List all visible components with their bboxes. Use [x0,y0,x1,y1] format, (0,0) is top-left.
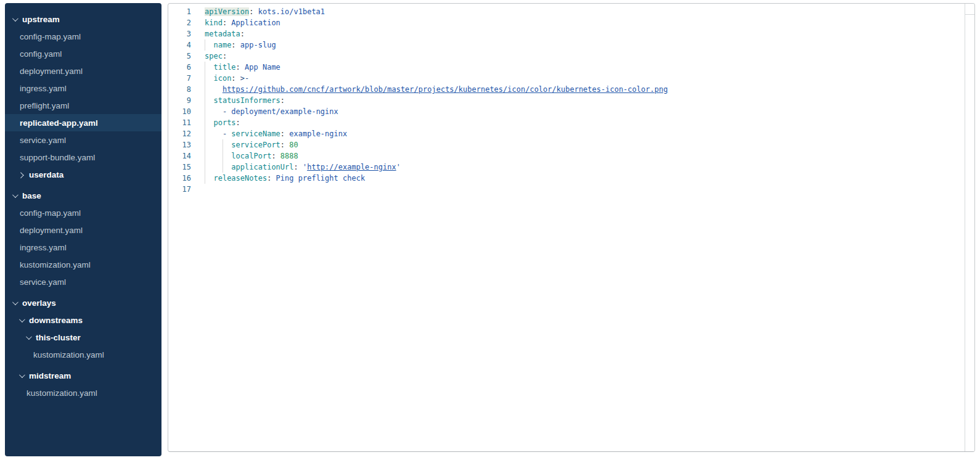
tree-item-label: base [22,191,41,200]
code-link[interactable]: https://github.com/cncf/artwork/blob/mas… [223,85,668,94]
line-number[interactable]: 6 [168,62,191,73]
code-line[interactable]: 11 ports: [168,117,965,128]
tree-folder-this-cluster[interactable]: this-cluster [5,329,161,346]
line-number[interactable]: 3 [168,28,191,39]
indent-guide [223,162,223,173]
code-token: : [294,163,303,171]
indent-guide [205,139,205,150]
tree-item-label: config.yaml [20,49,62,59]
tree-file-ingress-yaml[interactable]: ingress.yaml [5,239,161,256]
tree-file-kustomization-yaml[interactable]: kustomization.yaml [5,384,161,401]
line-number[interactable]: 1 [168,6,191,17]
line-number[interactable]: 7 [168,73,191,84]
tree-file-deployment-yaml[interactable]: deployment.yaml [5,62,161,80]
yaml-editor[interactable]: 1apiVersion: kots.io/v1beta12kind: Appli… [168,3,975,452]
code-token [205,118,213,127]
code-token: : [249,7,258,16]
code-token: : [280,96,285,105]
line-number[interactable]: 8 [168,84,191,95]
tree-item-label: downstreams [29,316,83,325]
tree-file-deployment-yaml[interactable]: deployment.yaml [5,221,161,239]
tree-item-label: support-bundle.yaml [20,153,95,162]
code-token [205,141,231,149]
tree-folder-downstreams[interactable]: downstreams [5,311,161,329]
code-line-text [191,184,205,195]
code-token: releaseNotes [213,174,267,183]
tree-file-service-yaml[interactable]: service.yaml [5,131,161,149]
tree-file-preflight-yaml[interactable]: preflight.yaml [5,97,161,114]
code-token: servicePort [231,141,280,149]
code-line-text: ports: [191,117,240,128]
line-number[interactable]: 11 [168,117,191,128]
tree-file-replicated-app-yaml[interactable]: replicated-app.yaml [5,114,161,131]
file-tree: upstreamconfig-map.yamlconfig.yamldeploy… [5,10,161,401]
tree-file-kustomization-yaml[interactable]: kustomization.yaml [5,256,161,273]
chevron-down-icon [19,316,25,322]
code-line-text: apiVersion: kots.io/v1beta1 [191,6,325,17]
line-number[interactable]: 14 [168,150,191,162]
tree-file-ingress-yaml[interactable]: ingress.yaml [5,80,161,97]
tree-folder-midstream[interactable]: midstream [5,367,161,384]
tree-item-label: ingress.yaml [20,243,67,252]
code-line[interactable]: 4 name: app-slug [168,39,965,51]
code-line[interactable]: 7 icon: >- [168,73,965,84]
code-line[interactable]: 17 [168,184,965,195]
code-token [205,74,213,83]
chevron-right-icon [18,172,24,178]
code-line[interactable]: 15 applicationUrl: 'http://example-nginx… [168,162,965,173]
code-link[interactable]: http://example-nginx [307,163,396,171]
tree-file-config-map-yaml[interactable]: config-map.yaml [5,28,161,45]
code-line[interactable]: 16 releaseNotes: Ping preflight check [168,173,965,184]
tree-folder-base[interactable]: base [5,187,161,204]
code-line[interactable]: 1apiVersion: kots.io/v1beta1 [168,6,965,17]
tree-item-label: replicated-app.yaml [20,118,98,128]
code-line[interactable]: 2kind: Application [168,17,965,28]
line-number[interactable]: 12 [168,128,191,139]
code-line-text: servicePort: 80 [191,139,298,150]
indent-guide [205,84,205,95]
code-line-text: applicationUrl: 'http://example-nginx' [191,162,401,173]
line-number[interactable]: 4 [168,39,191,51]
code-line-text: name: app-slug [191,39,276,51]
code-line[interactable]: 13 servicePort: 80 [168,139,965,150]
line-number[interactable]: 2 [168,17,191,28]
code-token: statusInformers [213,96,280,105]
tree-file-support-bundle-yaml[interactable]: support-bundle.yaml [5,149,161,166]
code-token: spec [205,52,223,60]
code-line[interactable]: 14 localPort: 8888 [168,150,965,162]
tree-file-service-yaml[interactable]: service.yaml [5,273,161,290]
code-token: metadata [205,30,240,38]
tree-file-config-yaml[interactable]: config.yaml [5,45,161,62]
code-line[interactable]: 8 https://github.com/cncf/artwork/blob/m… [168,84,965,95]
code-token [205,96,213,105]
tree-folder-upstream[interactable]: upstream [5,10,161,28]
code-token: : [240,30,245,38]
code-token: app-slug [240,41,276,49]
indent-guide [205,173,205,184]
code-line-text: icon: >- [191,73,249,84]
line-number[interactable]: 5 [168,51,191,62]
code-token: - [223,129,231,138]
line-number[interactable]: 13 [168,139,191,150]
line-number[interactable]: 9 [168,95,191,106]
tree-folder-userdata[interactable]: userdata [5,166,161,183]
line-number[interactable]: 17 [168,184,191,195]
editor-scrollbar-track[interactable] [965,4,974,451]
code-line[interactable]: 9 statusInformers: [168,95,965,106]
code-line[interactable]: 6 title: App Name [168,62,965,73]
tree-folder-overlays[interactable]: overlays [5,294,161,311]
line-number[interactable]: 16 [168,173,191,184]
line-number[interactable]: 15 [168,162,191,173]
code-token: localPort [231,152,271,160]
tree-file-config-map-yaml[interactable]: config-map.yaml [5,204,161,221]
code-line[interactable]: 10 - deployment/example-nginx [168,106,965,117]
code-line[interactable]: 12 - serviceName: example-nginx [168,128,965,139]
code-line-text: - deployment/example-nginx [191,106,338,117]
tree-item-label: ingress.yaml [20,84,67,93]
code-line[interactable]: 3metadata: [168,28,965,39]
tree-file-kustomization-yaml[interactable]: kustomization.yaml [5,346,161,363]
code-line-text: kind: Application [191,17,280,28]
tree-item-label: service.yaml [20,277,66,287]
code-line[interactable]: 5spec: [168,51,965,62]
line-number[interactable]: 10 [168,106,191,117]
